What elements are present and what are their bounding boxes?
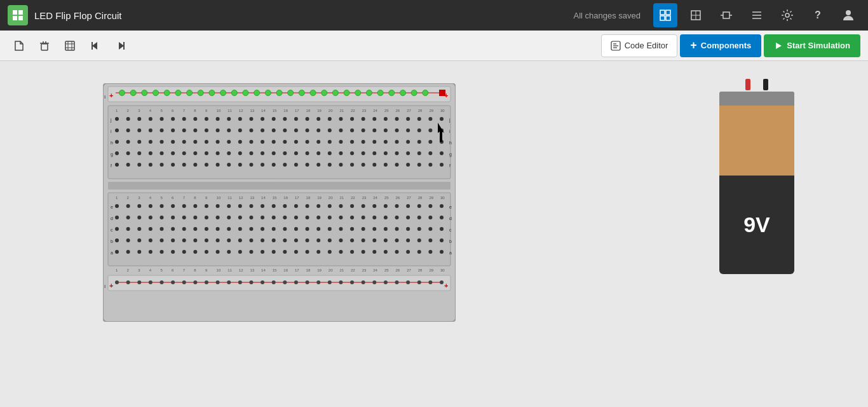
svg-rect-19 xyxy=(41,44,48,50)
battery-body-top xyxy=(719,106,794,176)
svg-rect-6 xyxy=(660,16,665,20)
user-avatar[interactable] xyxy=(836,3,860,27)
battery-terminals xyxy=(715,79,798,90)
components-button[interactable]: + Components xyxy=(680,34,761,57)
components-plus-icon: + xyxy=(690,39,697,52)
battery-terminal-red xyxy=(745,79,750,90)
svg-rect-3 xyxy=(18,16,23,20)
new-button[interactable] xyxy=(8,34,31,57)
delete-button[interactable] xyxy=(33,34,56,57)
component-panel-btn[interactable] xyxy=(714,3,738,27)
svg-marker-28 xyxy=(92,42,97,50)
svg-rect-1 xyxy=(18,10,23,15)
battery-cap xyxy=(719,92,794,106)
app-logo[interactable] xyxy=(8,5,28,25)
components-label: Components xyxy=(701,41,751,50)
top-nav-bar: LED Flip Flop Circuit All changes saved … xyxy=(0,0,868,31)
battery-terminal-black xyxy=(763,79,768,90)
schematic-view-btn[interactable] xyxy=(653,3,677,27)
svg-point-18 xyxy=(846,10,851,15)
battery-body-bottom: 9V xyxy=(719,176,794,274)
next-button[interactable] xyxy=(109,34,132,57)
svg-point-17 xyxy=(785,13,789,17)
code-editor-button[interactable]: Code Editor xyxy=(601,34,678,57)
svg-rect-23 xyxy=(65,41,74,50)
help-btn[interactable]: ? xyxy=(806,3,830,27)
zoom-fit-button[interactable] xyxy=(58,34,81,57)
svg-rect-2 xyxy=(13,16,17,20)
svg-rect-7 xyxy=(666,16,670,20)
svg-marker-36 xyxy=(776,43,782,49)
settings-btn[interactable] xyxy=(775,3,799,27)
svg-rect-5 xyxy=(666,10,670,15)
battery-voltage-label: 9V xyxy=(743,212,770,237)
prev-button[interactable] xyxy=(84,34,107,57)
svg-rect-11 xyxy=(723,12,729,18)
svg-marker-30 xyxy=(119,42,124,50)
save-status: All changes saved xyxy=(573,11,641,20)
list-view-btn[interactable] xyxy=(745,3,769,27)
start-simulation-button[interactable]: Start Simulation xyxy=(764,34,860,57)
svg-rect-4 xyxy=(660,10,665,15)
svg-rect-0 xyxy=(13,10,17,15)
project-title: LED Flip Flop Circuit xyxy=(34,10,567,21)
start-simulation-label: Start Simulation xyxy=(787,41,850,50)
pcb-view-btn[interactable] xyxy=(684,3,708,27)
canvas-area[interactable]: Generated below I + + I + + xyxy=(0,61,868,407)
toolbar: Code Editor + Components Start Simulatio… xyxy=(0,31,868,61)
battery: 9V xyxy=(715,79,798,274)
code-editor-label: Code Editor xyxy=(625,41,668,50)
